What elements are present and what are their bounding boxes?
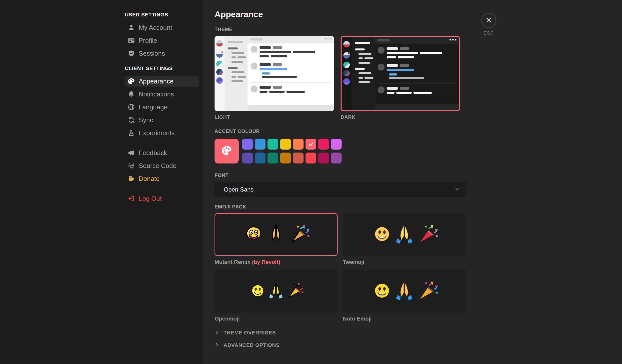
emoji-pack-preview bbox=[343, 270, 466, 313]
page-title: Appearance bbox=[215, 9, 467, 19]
accent-swatch-d468ee[interactable] bbox=[331, 139, 342, 150]
sidebar-item-label: Experiments bbox=[139, 129, 175, 137]
emoji-pack-grid: Mutant Remix (by Revolt) Twemoji Openmoj… bbox=[215, 213, 467, 322]
sidebar-section: CLIENT SETTINGSAppearanceNotificationsLa… bbox=[125, 65, 199, 138]
palette-icon bbox=[128, 78, 135, 85]
sidebar-item-label: Notifications bbox=[139, 90, 174, 98]
gitlab-icon bbox=[128, 162, 135, 169]
accent-swatch-ad1457[interactable] bbox=[318, 153, 329, 163]
sidebar-item-appearance[interactable]: Appearance bbox=[125, 76, 199, 87]
accent-swatch-594cad[interactable] bbox=[242, 153, 253, 163]
sidebar-item-source-code[interactable]: Source Code bbox=[125, 160, 199, 171]
emoji-pack-noto-emoji[interactable]: Noto Emoji bbox=[343, 270, 466, 322]
shield-icon bbox=[128, 50, 135, 57]
sidebar-item-label: Sessions bbox=[139, 50, 165, 57]
globe-icon bbox=[128, 103, 135, 111]
settings-sidebar: USER SETTINGSMy AccountProfileSessionsCL… bbox=[0, 0, 203, 364]
sidebar-item-language[interactable]: Language bbox=[125, 102, 199, 113]
font-select[interactable]: Open Sans bbox=[215, 182, 467, 197]
flask-icon bbox=[128, 129, 135, 137]
sidebar-item-experiments[interactable]: Experiments bbox=[125, 127, 199, 138]
emoji-trio-icon bbox=[239, 223, 313, 246]
esc-hint: ESC bbox=[479, 30, 498, 36]
sidebar-section-title: CLIENT SETTINGS bbox=[125, 65, 199, 71]
emoji-trio-icon bbox=[367, 280, 442, 302]
emoji-pack-caption: Openmoji bbox=[215, 316, 338, 322]
sidebar-divider bbox=[128, 188, 199, 188]
chevron-down-icon bbox=[455, 186, 460, 193]
accent-swatch-7b68ee[interactable] bbox=[242, 139, 253, 150]
theme-option-dark-label: DARK bbox=[341, 114, 460, 120]
accent-preset-swatches bbox=[242, 139, 342, 163]
chevron-right-icon bbox=[215, 342, 219, 348]
emoji-pack-preview bbox=[215, 270, 338, 313]
collapsible-sections: THEME OVERRIDES ADVANCED OPTIONS bbox=[215, 326, 467, 351]
settings-content: Appearance THEME LIGHT bbox=[215, 0, 467, 351]
theme-options: LIGHT DARK bbox=[215, 36, 467, 120]
accent-swatch-954aa8[interactable] bbox=[331, 153, 342, 163]
accent-custom-swatch[interactable] bbox=[215, 139, 239, 163]
sidebar-item-my-account[interactable]: My Account bbox=[125, 22, 199, 33]
sidebar-section-title: USER SETTINGS bbox=[125, 12, 199, 18]
accent-swatch-ff424f[interactable] bbox=[306, 153, 316, 163]
advanced-options-label: ADVANCED OPTIONS bbox=[223, 342, 280, 348]
sidebar-item-notifications[interactable]: Notifications bbox=[125, 89, 199, 100]
theme-option-light[interactable]: LIGHT bbox=[215, 36, 334, 120]
sidebar-divider bbox=[128, 142, 199, 142]
emoji-pack-openmoji[interactable]: Openmoji bbox=[215, 270, 338, 322]
accent-swatch-206694[interactable] bbox=[255, 153, 266, 163]
emoji-pack-byline: (by Revolt) bbox=[252, 259, 280, 265]
accent-swatch-cd5b45[interactable] bbox=[293, 153, 304, 163]
accent-swatch-1abc9c[interactable] bbox=[267, 139, 278, 150]
emoji-pack-mutant-remix[interactable]: Mutant Remix (by Revolt) bbox=[215, 213, 338, 265]
theme-section-label: THEME bbox=[215, 27, 467, 32]
emoji-section-label: EMOJI PACK bbox=[215, 204, 467, 210]
sidebar-item-label: Language bbox=[139, 103, 168, 111]
emoji-pack-caption: Twemoji bbox=[343, 259, 466, 265]
emoji-pack-twemoji[interactable]: Twemoji bbox=[343, 213, 466, 265]
accent-swatch-c27c0e[interactable] bbox=[280, 153, 291, 163]
sidebar-item-log-out[interactable]: Log Out bbox=[125, 193, 199, 204]
emoji-pack-name: Noto Emoji bbox=[343, 316, 372, 322]
emoji-pack-name: Mutant Remix bbox=[215, 259, 250, 265]
theme-option-dark[interactable]: DARK bbox=[341, 36, 460, 120]
sidebar-item-feedback[interactable]: Feedback bbox=[125, 147, 199, 158]
accent-swatch-11806a[interactable] bbox=[267, 153, 278, 163]
close-icon bbox=[486, 17, 492, 24]
emoji-pack-name: Twemoji bbox=[343, 259, 364, 265]
mug-icon bbox=[128, 175, 135, 182]
sidebar-section: Log Out bbox=[125, 193, 199, 204]
font-select-value: Open Sans bbox=[224, 186, 455, 193]
sidebar-item-label: Profile bbox=[139, 37, 157, 44]
sidebar-item-label: My Account bbox=[139, 24, 172, 32]
accent-swatch-fd6671[interactable] bbox=[306, 139, 316, 150]
accent-section-label: ACCENT COLOUR bbox=[215, 128, 467, 134]
emoji-pack-name: Openmoji bbox=[215, 316, 240, 322]
sidebar-section: USER SETTINGSMy AccountProfileSessions bbox=[125, 12, 199, 59]
theme-overrides-toggle[interactable]: THEME OVERRIDES bbox=[215, 326, 467, 339]
sidebar-item-profile[interactable]: Profile bbox=[125, 35, 199, 46]
accent-swatch-3498db[interactable] bbox=[255, 139, 266, 150]
accent-swatch-ff7f50[interactable] bbox=[293, 139, 304, 150]
advanced-options-toggle[interactable]: ADVANCED OPTIONS bbox=[215, 339, 467, 351]
accent-colour-picker bbox=[215, 139, 467, 163]
emoji-pack-preview bbox=[343, 213, 466, 256]
sidebar-item-sync[interactable]: Sync bbox=[125, 115, 199, 125]
chevron-right-icon bbox=[215, 330, 219, 336]
theme-overrides-label: THEME OVERRIDES bbox=[223, 330, 276, 336]
sidebar-item-sessions[interactable]: Sessions bbox=[125, 48, 199, 59]
person-icon bbox=[128, 24, 135, 31]
close-settings: ESC bbox=[479, 13, 498, 36]
font-section-label: FONT bbox=[215, 172, 467, 178]
accent-swatch-f1c40f[interactable] bbox=[280, 139, 291, 150]
settings-nav: USER SETTINGSMy AccountProfileSessionsCL… bbox=[125, 12, 199, 206]
sidebar-item-label: Donate bbox=[139, 175, 160, 183]
emoji-pack-caption: Noto Emoji bbox=[343, 316, 466, 322]
check-icon bbox=[306, 139, 316, 150]
close-button[interactable] bbox=[481, 13, 496, 28]
palette-icon bbox=[221, 145, 232, 157]
accent-swatch-e91e63[interactable] bbox=[318, 139, 329, 150]
sidebar-item-label: Feedback bbox=[139, 149, 167, 157]
emoji-pack-preview bbox=[215, 213, 338, 256]
sidebar-item-donate[interactable]: Donate bbox=[125, 173, 199, 184]
